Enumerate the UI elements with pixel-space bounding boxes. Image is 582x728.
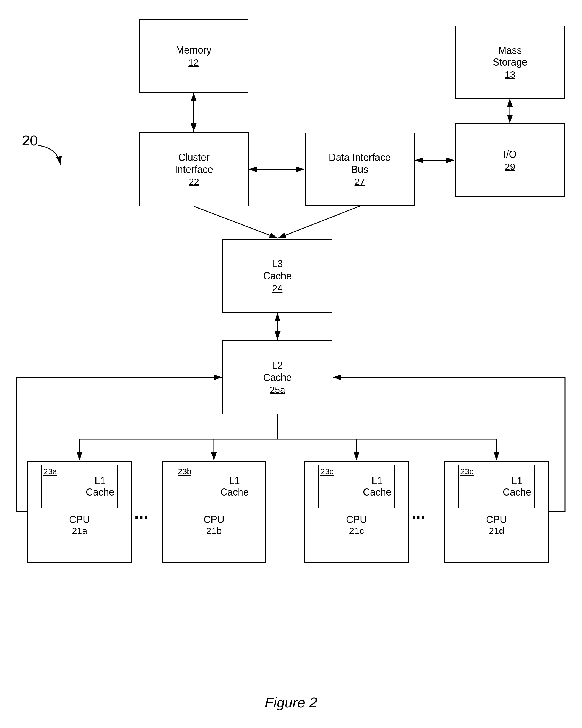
l2-cache-number: 25a bbox=[270, 385, 285, 395]
memory-box: Memory 12 bbox=[139, 19, 248, 93]
l3-cache-label: L3Cache bbox=[263, 258, 292, 282]
cpu-21c-box: 23c L1Cache CPU 21c bbox=[305, 461, 409, 563]
l3-cache-number: 24 bbox=[272, 283, 283, 294]
mass-storage-number: 13 bbox=[505, 69, 515, 80]
cluster-interface-box: ClusterInterface 22 bbox=[139, 132, 249, 206]
diagram: Memory 12 MassStorage 13 ClusterInterfac… bbox=[0, 0, 582, 728]
mass-storage-box: MassStorage 13 bbox=[455, 26, 565, 99]
mass-storage-label: MassStorage bbox=[493, 45, 527, 68]
l2-cache-label: L2Cache bbox=[263, 360, 292, 383]
data-interface-bus-box: Data InterfaceBus 27 bbox=[305, 133, 415, 206]
svg-line-7 bbox=[278, 206, 360, 238]
annotation-arrow bbox=[36, 143, 69, 170]
data-interface-bus-label: Data InterfaceBus bbox=[328, 152, 391, 175]
cluster-interface-label: ClusterInterface bbox=[175, 152, 213, 175]
ellipsis-ab: ··· bbox=[134, 508, 148, 527]
l3-cache-box: L3Cache 24 bbox=[222, 239, 333, 313]
ellipsis-cd: ··· bbox=[412, 508, 425, 527]
cpu-21b-box: 23b L1Cache CPU 21b bbox=[162, 461, 266, 563]
io-label: I/O bbox=[503, 149, 517, 160]
memory-number: 12 bbox=[188, 57, 199, 68]
io-number: 29 bbox=[505, 161, 515, 172]
memory-label: Memory bbox=[176, 44, 211, 56]
data-interface-bus-number: 27 bbox=[354, 177, 365, 187]
cpu-21a-box: 23a L1Cache CPU 21a bbox=[27, 461, 132, 563]
figure-label: Figure 2 bbox=[209, 694, 373, 711]
cpu-21d-box: 23d L1Cache CPU 21d bbox=[444, 461, 549, 563]
cluster-interface-number: 22 bbox=[189, 177, 199, 187]
l2-cache-box: L2Cache 25a bbox=[222, 340, 333, 414]
svg-line-6 bbox=[194, 206, 277, 238]
io-box: I/O 29 bbox=[455, 124, 565, 197]
